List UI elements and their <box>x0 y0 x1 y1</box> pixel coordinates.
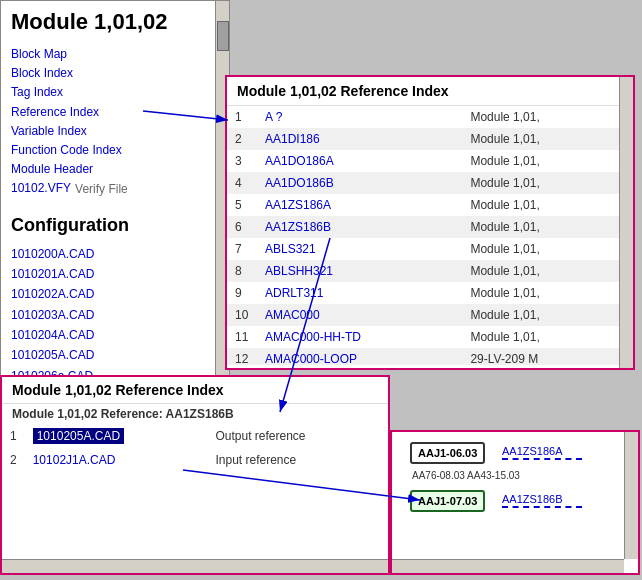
table-row[interactable]: 1A ?Module 1,01, <box>227 106 619 128</box>
table-row[interactable]: 12AMAC000-LOOP29-LV-209 M <box>227 348 619 365</box>
row-module: Module 1,01, <box>462 194 619 216</box>
cad-file-link[interactable]: 1010202A.CAD <box>11 284 219 304</box>
row-ref: AA1ZS186B <box>257 216 462 238</box>
table-row[interactable]: 6AA1ZS186BModule 1,01, <box>227 216 619 238</box>
table-row[interactable]: 4AA1DO186BModule 1,01, <box>227 172 619 194</box>
row-module: Module 1,01, <box>462 326 619 348</box>
row-desc: Input reference <box>207 448 388 472</box>
row-num: 8 <box>227 260 257 282</box>
table-row[interactable]: 11AMAC000-HH-TDModule 1,01, <box>227 326 619 348</box>
row-module: Module 1,01, <box>462 282 619 304</box>
nav-block-index[interactable]: Block Index <box>11 64 219 83</box>
row-num: 9 <box>227 282 257 304</box>
panel-cad-diagram: AAJ1-06.03 AA1ZS186A AA76-08.03 AA43-15.… <box>390 430 640 575</box>
cad-label-aa1zs186a: AA1ZS186A <box>502 445 563 457</box>
row-ref: ADRLT311 <box>257 282 462 304</box>
cad-diagram-area: AAJ1-06.03 AA1ZS186A AA76-08.03 AA43-15.… <box>392 432 638 552</box>
dashed-line-2 <box>502 506 582 508</box>
row-module: Module 1,01, <box>462 172 619 194</box>
nav-reference-index[interactable]: Reference Index <box>11 103 219 122</box>
panel3-title: Module 1,01,02 Reference Index <box>2 377 388 404</box>
row-num: 1 <box>2 424 25 448</box>
module-title: Module 1,01,02 <box>11 9 219 35</box>
row-module: 29-LV-209 M <box>462 348 619 365</box>
cad-label-aa1zs186b: AA1ZS186B <box>502 493 563 505</box>
row-ref: ABLS321 <box>257 238 462 260</box>
table-row[interactable]: 10AMAC000Module 1,01, <box>227 304 619 326</box>
panel2-title: Module 1,01,02 Reference Index <box>227 77 633 106</box>
cad-file-link[interactable]: 1010203A.CAD <box>11 305 219 325</box>
row-module: Module 1,01, <box>462 216 619 238</box>
nav-tag-index[interactable]: Tag Index <box>11 83 219 102</box>
row-ref: AMAC000 <box>257 304 462 326</box>
nav-verify-file[interactable]: 10102.VFY <box>11 179 71 198</box>
panel4-scrollbar-v[interactable] <box>624 432 638 559</box>
row-module: Module 1,01, <box>462 128 619 150</box>
reference-detail-table: 11010205A.CADOutput reference210102J1A.C… <box>2 424 388 473</box>
cad-sublabel: AA76-08.03 AA43-15.03 <box>412 470 520 481</box>
table-row[interactable]: 9ADRLT311Module 1,01, <box>227 282 619 304</box>
row-module: Module 1,01, <box>462 260 619 282</box>
table-row[interactable]: 7ABLS321Module 1,01, <box>227 238 619 260</box>
reference-table: 1A ?Module 1,01,2AA1DI186Module 1,01,3AA… <box>227 106 619 365</box>
row-module: Module 1,01, <box>462 106 619 128</box>
row-num: 2 <box>227 128 257 150</box>
cad-file-link[interactable]: 1010201A.CAD <box>11 264 219 284</box>
row-module: Module 1,01, <box>462 238 619 260</box>
panel-reference-detail: Module 1,01,02 Reference Index Module 1,… <box>0 375 390 575</box>
row-ref: AA1DO186B <box>257 172 462 194</box>
table-row[interactable]: 2AA1DI186Module 1,01, <box>227 128 619 150</box>
table-row[interactable]: 3AA1DO186AModule 1,01, <box>227 150 619 172</box>
cad-file-link[interactable]: 1010200A.CAD <box>11 244 219 264</box>
row-num: 11 <box>227 326 257 348</box>
nav-variable-index[interactable]: Variable Index <box>11 122 219 141</box>
nav-block-map[interactable]: Block Map <box>11 45 219 64</box>
scrollbar-thumb[interactable] <box>217 21 229 51</box>
row-num: 6 <box>227 216 257 238</box>
row-module: Module 1,01, <box>462 150 619 172</box>
panel4-scrollbar-h[interactable] <box>392 559 624 573</box>
table-row[interactable]: 210102J1A.CADInput reference <box>2 448 388 472</box>
configuration-title: Configuration <box>11 215 219 236</box>
row-ref: AA1DI186 <box>257 128 462 150</box>
nav-links: Block Map Block Index Tag Index Referenc… <box>11 45 219 199</box>
panel-reference-index: Module 1,01,02 Reference Index 1A ?Modul… <box>225 75 635 370</box>
row-num: 12 <box>227 348 257 365</box>
row-ref: A ? <box>257 106 462 128</box>
row-ref: ABLSHH321 <box>257 260 462 282</box>
row-num: 2 <box>2 448 25 472</box>
dashed-line-1 <box>502 458 582 460</box>
verify-label: Verify File <box>75 182 128 196</box>
row-ref: AA1DO186A <box>257 150 462 172</box>
cad-file-link[interactable]: 1010204A.CAD <box>11 325 219 345</box>
row-num: 3 <box>227 150 257 172</box>
row-ref: 1010205A.CAD <box>25 424 208 448</box>
row-module: Module 1,01, <box>462 304 619 326</box>
cad-file-link[interactable]: 1010205A.CAD <box>11 345 219 365</box>
row-ref: AMAC000-HH-TD <box>257 326 462 348</box>
nav-function-code-index[interactable]: Function Code Index <box>11 141 219 160</box>
row-desc: Output reference <box>207 424 388 448</box>
table-row[interactable]: 11010205A.CADOutput reference <box>2 424 388 448</box>
table-row[interactable]: 5AA1ZS186AModule 1,01, <box>227 194 619 216</box>
row-num: 1 <box>227 106 257 128</box>
cad-links: 1010200A.CAD1010201A.CAD1010202A.CAD1010… <box>11 244 219 380</box>
row-num: 7 <box>227 238 257 260</box>
panel3-subheader: Module 1,01,02 Reference: AA1ZS186B <box>2 404 388 424</box>
table-row[interactable]: 8ABLSHH321Module 1,01, <box>227 260 619 282</box>
row-num: 4 <box>227 172 257 194</box>
row-num: 5 <box>227 194 257 216</box>
row-ref: AMAC000-LOOP <box>257 348 462 365</box>
panel3-scrollbar-h[interactable] <box>2 559 388 573</box>
row-num: 10 <box>227 304 257 326</box>
row-ref: AA1ZS186A <box>257 194 462 216</box>
cad-block-aaj107: AAJ1-07.03 <box>410 490 485 512</box>
row-ref: 10102J1A.CAD <box>25 448 208 472</box>
nav-module-header[interactable]: Module Header <box>11 160 219 179</box>
panel2-scrollbar-v[interactable] <box>619 77 633 368</box>
panel-module-nav: Module 1,01,02 Block Map Block Index Tag… <box>0 0 230 380</box>
cad-block-aaj106: AAJ1-06.03 <box>410 442 485 464</box>
